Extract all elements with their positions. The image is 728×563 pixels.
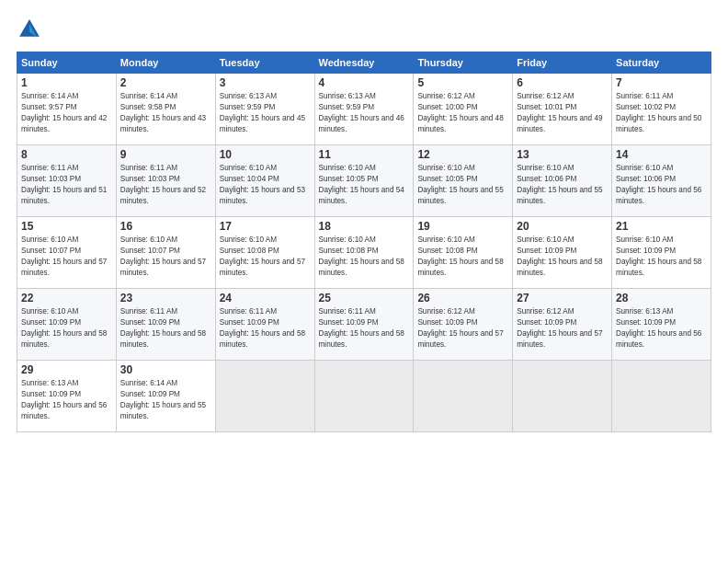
day-info: Sunrise: 6:10 AMSunset: 10:08 PMDaylight… (417, 235, 508, 279)
calendar-header: SundayMondayTuesdayWednesdayThursdayFrid… (17, 52, 711, 74)
daylight-text: Daylight: 15 hours and 53 minutes. (220, 186, 305, 205)
daylight-text: Daylight: 15 hours and 49 minutes. (517, 114, 602, 133)
sunrise-text: Sunrise: 6:11 AM (120, 164, 177, 172)
day-info: Sunrise: 6:10 AMSunset: 10:09 PMDaylight… (616, 235, 707, 279)
daylight-text: Daylight: 15 hours and 56 minutes. (21, 401, 107, 420)
day-number: 15 (21, 220, 112, 233)
daylight-text: Daylight: 15 hours and 46 minutes. (319, 114, 404, 133)
daylight-text: Daylight: 15 hours and 57 minutes. (21, 258, 107, 277)
calendar-cell: 27Sunrise: 6:12 AMSunset: 10:09 PMDaylig… (513, 289, 612, 361)
day-header-tuesday: Tuesday (215, 52, 314, 74)
daylight-text: Daylight: 15 hours and 58 minutes. (220, 329, 305, 349)
sunrise-text: Sunrise: 6:10 AM (417, 164, 474, 172)
daylight-text: Daylight: 15 hours and 54 minutes. (319, 186, 404, 205)
day-header-sunday: Sunday (17, 52, 117, 74)
daylight-text: Daylight: 15 hours and 57 minutes. (417, 329, 503, 349)
sunset-text: Sunset: 9:57 PM (21, 103, 77, 111)
daylight-text: Daylight: 15 hours and 55 minutes. (120, 401, 206, 420)
header (17, 17, 711, 42)
day-info: Sunrise: 6:10 AMSunset: 10:09 PMDaylight… (21, 306, 112, 350)
sunset-text: Sunset: 10:09 PM (220, 318, 279, 327)
sunrise-text: Sunrise: 6:10 AM (517, 236, 574, 244)
daylight-text: Daylight: 15 hours and 58 minutes. (616, 258, 701, 277)
day-info: Sunrise: 6:11 AMSunset: 10:09 PMDaylight… (220, 306, 311, 350)
daylight-text: Daylight: 15 hours and 50 minutes. (616, 114, 701, 133)
calendar-cell: 4Sunrise: 6:13 AMSunset: 9:59 PMDaylight… (314, 74, 414, 145)
sunrise-text: Sunrise: 6:10 AM (417, 236, 474, 244)
sunset-text: Sunset: 9:59 PM (220, 103, 276, 111)
day-number: 11 (319, 148, 410, 161)
calendar-cell (215, 361, 314, 432)
sunset-text: Sunset: 10:02 PM (616, 103, 676, 111)
calendar-cell: 13Sunrise: 6:10 AMSunset: 10:06 PMDaylig… (513, 145, 612, 217)
daylight-text: Daylight: 15 hours and 58 minutes. (517, 258, 602, 277)
calendar-cell: 18Sunrise: 6:10 AMSunset: 10:08 PMDaylig… (314, 217, 414, 289)
daylight-text: Daylight: 15 hours and 58 minutes. (120, 329, 206, 349)
daylight-text: Daylight: 15 hours and 48 minutes. (417, 114, 503, 133)
sunrise-text: Sunrise: 6:10 AM (120, 236, 177, 244)
daylight-text: Daylight: 15 hours and 57 minutes. (220, 258, 305, 277)
calendar-cell: 12Sunrise: 6:10 AMSunset: 10:05 PMDaylig… (414, 145, 513, 217)
calendar-cell: 11Sunrise: 6:10 AMSunset: 10:05 PMDaylig… (314, 145, 414, 217)
day-info: Sunrise: 6:14 AMSunset: 10:09 PMDaylight… (120, 378, 211, 422)
day-number: 27 (517, 292, 608, 304)
sunset-text: Sunset: 10:04 PM (220, 175, 279, 183)
sunrise-text: Sunrise: 6:11 AM (319, 307, 376, 316)
day-info: Sunrise: 6:11 AMSunset: 10:03 PMDaylight… (21, 163, 112, 207)
calendar-cell: 22Sunrise: 6:10 AMSunset: 10:09 PMDaylig… (17, 289, 117, 361)
day-info: Sunrise: 6:12 AMSunset: 10:09 PMDaylight… (517, 306, 608, 350)
day-number: 24 (220, 292, 311, 304)
calendar-cell: 5Sunrise: 6:12 AMSunset: 10:00 PMDayligh… (414, 74, 513, 145)
calendar-cell: 6Sunrise: 6:12 AMSunset: 10:01 PMDayligh… (513, 74, 612, 145)
day-info: Sunrise: 6:13 AMSunset: 10:09 PMDaylight… (21, 378, 112, 422)
day-number: 14 (616, 148, 707, 161)
calendar-page: SundayMondayTuesdayWednesdayThursdayFrid… (0, 0, 728, 563)
sunset-text: Sunset: 10:05 PM (417, 175, 477, 183)
day-info: Sunrise: 6:12 AMSunset: 10:00 PMDaylight… (417, 91, 508, 135)
calendar-cell (612, 361, 711, 432)
sunset-text: Sunset: 10:03 PM (120, 175, 180, 183)
sunrise-text: Sunrise: 6:10 AM (616, 236, 673, 244)
daylight-text: Daylight: 15 hours and 58 minutes. (417, 258, 503, 277)
calendar-cell: 1Sunrise: 6:14 AMSunset: 9:57 PMDaylight… (17, 74, 117, 145)
sunset-text: Sunset: 10:09 PM (21, 390, 81, 398)
sunrise-text: Sunrise: 6:10 AM (616, 164, 673, 172)
day-number: 20 (517, 220, 608, 233)
days-of-week-row: SundayMondayTuesdayWednesdayThursdayFrid… (17, 52, 711, 74)
day-number: 8 (21, 148, 112, 161)
day-number: 13 (517, 148, 608, 161)
calendar-cell: 15Sunrise: 6:10 AMSunset: 10:07 PMDaylig… (17, 217, 117, 289)
calendar-cell: 29Sunrise: 6:13 AMSunset: 10:09 PMDaylig… (17, 361, 117, 432)
day-number: 23 (120, 292, 211, 304)
calendar-cell (513, 361, 612, 432)
calendar-cell: 21Sunrise: 6:10 AMSunset: 10:09 PMDaylig… (612, 217, 711, 289)
day-header-friday: Friday (513, 52, 612, 74)
day-number: 5 (417, 76, 508, 89)
calendar-week-1: 1Sunrise: 6:14 AMSunset: 9:57 PMDaylight… (17, 74, 711, 145)
day-header-thursday: Thursday (414, 52, 513, 74)
day-info: Sunrise: 6:10 AMSunset: 10:05 PMDaylight… (417, 163, 508, 207)
calendar-cell: 7Sunrise: 6:11 AMSunset: 10:02 PMDayligh… (612, 74, 711, 145)
daylight-text: Daylight: 15 hours and 52 minutes. (120, 186, 206, 205)
sunset-text: Sunset: 10:08 PM (220, 247, 279, 255)
day-number: 28 (616, 292, 707, 304)
day-info: Sunrise: 6:12 AMSunset: 10:01 PMDaylight… (517, 91, 608, 135)
day-number: 16 (120, 220, 211, 233)
sunrise-text: Sunrise: 6:12 AM (417, 307, 474, 316)
sunset-text: Sunset: 10:09 PM (319, 318, 379, 327)
calendar-cell: 30Sunrise: 6:14 AMSunset: 10:09 PMDaylig… (116, 361, 215, 432)
day-number: 17 (220, 220, 311, 233)
day-header-wednesday: Wednesday (314, 52, 414, 74)
daylight-text: Daylight: 15 hours and 57 minutes. (517, 329, 602, 349)
calendar-cell: 28Sunrise: 6:13 AMSunset: 10:09 PMDaylig… (612, 289, 711, 361)
calendar-cell: 16Sunrise: 6:10 AMSunset: 10:07 PMDaylig… (116, 217, 215, 289)
calendar-cell: 26Sunrise: 6:12 AMSunset: 10:09 PMDaylig… (414, 289, 513, 361)
day-header-monday: Monday (116, 52, 215, 74)
calendar-cell: 10Sunrise: 6:10 AMSunset: 10:04 PMDaylig… (215, 145, 314, 217)
sunrise-text: Sunrise: 6:13 AM (616, 307, 673, 316)
calendar-cell: 23Sunrise: 6:11 AMSunset: 10:09 PMDaylig… (116, 289, 215, 361)
day-header-saturday: Saturday (612, 52, 711, 74)
calendar-cell: 14Sunrise: 6:10 AMSunset: 10:06 PMDaylig… (612, 145, 711, 217)
calendar-week-3: 15Sunrise: 6:10 AMSunset: 10:07 PMDaylig… (17, 217, 711, 289)
sunrise-text: Sunrise: 6:13 AM (21, 379, 78, 387)
